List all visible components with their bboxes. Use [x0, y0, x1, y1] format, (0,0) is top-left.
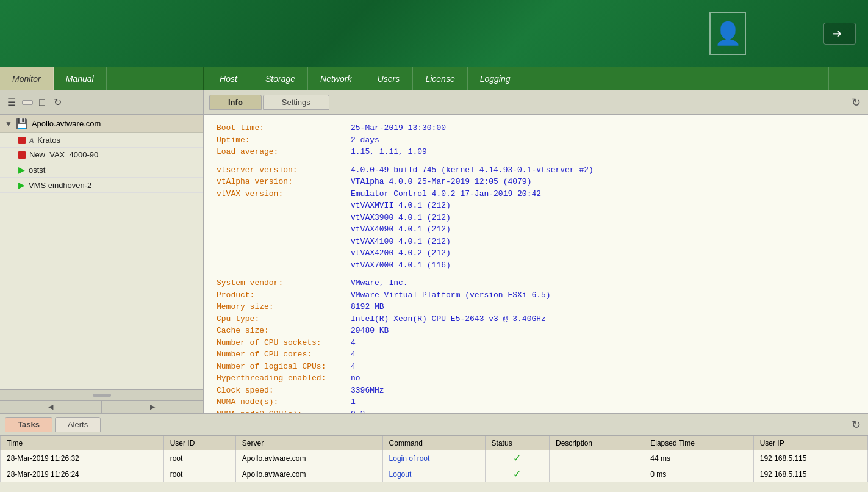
- info-line: Cpu type:Intel(R) Xeon(R) CPU E5-2643 v3…: [217, 313, 856, 325]
- info-value: 2 days: [351, 134, 379, 147]
- info-line: NUMA node(s):1: [217, 396, 856, 408]
- cell-userip: 192.168.5.115: [753, 450, 867, 466]
- table-row: 28-Mar-2019 11:26:32rootApollo.avtware.c…: [1, 450, 868, 466]
- scroll-left-arrow[interactable]: ◀: [0, 401, 102, 413]
- info-line: vtserver version:4.0.0-49 build 745 (ker…: [217, 164, 856, 176]
- vm-play-icon: ▶: [18, 165, 25, 175]
- vm-name: Kratos: [37, 136, 60, 145]
- info-value: VMware Virtual Platform (version ESXi 6.…: [351, 289, 551, 302]
- new-vm-button[interactable]: [22, 100, 33, 105]
- info-line: Boot time:25-Mar-2019 13:30:00: [217, 122, 856, 134]
- scroll-right-arrow[interactable]: ▶: [102, 401, 203, 413]
- info-label: Memory size:: [217, 301, 351, 313]
- tree-vm-kratos[interactable]: A Kratos: [0, 133, 203, 148]
- info-value: 4: [351, 349, 356, 361]
- info-value: 25-Mar-2019 13:30:00: [351, 122, 446, 134]
- info-label: Number of CPU cores:: [217, 349, 351, 361]
- tab-logging[interactable]: Logging: [468, 67, 523, 90]
- info-value: 0-3: [351, 408, 365, 413]
- info-value: 4.0.0-49 build 745 (kernel 4.14.93-0.1-v…: [351, 164, 594, 176]
- info-label: Hyperthreading enabled:: [217, 372, 351, 385]
- info-value: vtVAX4100 4.0.1 (212): [351, 236, 451, 248]
- info-label: Product:: [217, 289, 351, 302]
- info-value: 1.15, 1.11, 1.09: [351, 146, 427, 158]
- info-line: vtVAX4090 4.0.1 (212): [217, 223, 856, 236]
- scroll-drag-handle[interactable]: [93, 394, 111, 397]
- tab-settings[interactable]: Settings: [263, 95, 329, 110]
- refresh-sidebar-button[interactable]: ↻: [51, 94, 64, 110]
- server-name: Apollo.avtware.com: [32, 119, 101, 128]
- col-status: Status: [485, 436, 549, 450]
- domain-info: [850, 67, 868, 90]
- refresh-bottom-button[interactable]: ↻: [849, 416, 863, 434]
- info-value: vtVAX4090 4.0.1 (212): [351, 223, 451, 236]
- tree-vm-ostst[interactable]: ▶ ostst: [0, 162, 203, 178]
- vm-status-indicator: [18, 151, 26, 159]
- tasks-tbody: 28-Mar-2019 11:26:32rootApollo.avtware.c…: [1, 450, 868, 482]
- bottom-table-container: Time User ID Server Command Status Descr…: [0, 436, 868, 492]
- info-value: VMware, Inc.: [351, 277, 408, 289]
- info-label: [217, 236, 351, 248]
- vm-name: ostst: [29, 165, 45, 175]
- tab-monitor[interactable]: Monitor: [0, 67, 54, 90]
- tab-info[interactable]: Info: [209, 95, 262, 110]
- info-blank-line: [217, 158, 856, 164]
- tree-vm-new-vax[interactable]: New_VAX_4000-90: [0, 148, 203, 162]
- tab-license[interactable]: License: [413, 67, 467, 90]
- sidebar-toolbar: ☰ □ ↻: [0, 90, 203, 115]
- col-server: Server: [235, 436, 382, 450]
- col-time: Time: [1, 436, 164, 450]
- content-toolbar: Info Settings ↻: [204, 90, 868, 115]
- tab-storage[interactable]: Storage: [253, 67, 308, 90]
- tab-network[interactable]: Network: [308, 67, 364, 90]
- info-label: vtAlpha version:: [217, 176, 351, 188]
- tab-tasks[interactable]: Tasks: [5, 417, 52, 432]
- cell-description: [550, 466, 644, 482]
- cell-server: Apollo.avtware.com: [235, 450, 382, 466]
- refresh-content-button[interactable]: ↻: [849, 93, 863, 112]
- info-line: System vendor:VMware, Inc.: [217, 277, 856, 289]
- tab-users[interactable]: Users: [364, 67, 413, 90]
- info-line: Load average:1.15, 1.11, 1.09: [217, 146, 856, 158]
- cell-status: ✓: [485, 466, 549, 482]
- info-value: Emulator Control 4.0.2 17-Jan-2019 20:42: [351, 188, 541, 200]
- sidebar-horizontal-scroll[interactable]: [0, 389, 203, 400]
- info-line: vtVAX7000 4.0.1 (116): [217, 259, 856, 272]
- minimize-button[interactable]: □: [37, 95, 48, 110]
- info-line: Hyperthreading enabled:no: [217, 372, 856, 385]
- logout-button[interactable]: ➔: [823, 23, 856, 45]
- vm-play-icon: ▶: [18, 180, 25, 190]
- col-userip: User IP: [753, 436, 867, 450]
- info-value: 20480 KB: [351, 325, 389, 337]
- info-label: NUMA node0 CPU(s):: [217, 408, 351, 413]
- info-blank-line: [217, 271, 856, 277]
- sidebar: ☰ □ ↻ ▼ 💾 Apollo.avtware.com A Kratos: [0, 90, 204, 413]
- vm-name: VMS eindhoven-2: [29, 181, 91, 190]
- main-area: ☰ □ ↻ ▼ 💾 Apollo.avtware.com A Kratos: [0, 90, 868, 413]
- col-description: Description: [550, 436, 644, 450]
- sidebar-bottom-arrows: ◀ ▶: [0, 400, 203, 413]
- tree-server-apollo[interactable]: ▼ 💾 Apollo.avtware.com: [0, 115, 203, 133]
- info-label: [217, 223, 351, 236]
- info-value: 1: [351, 396, 356, 408]
- info-value: no: [351, 372, 360, 385]
- info-line: vtVAX4200 4.0.2 (212): [217, 247, 856, 259]
- tab-host[interactable]: Host: [204, 67, 253, 90]
- cell-userid: root: [163, 450, 235, 466]
- info-line: vtVAX4100 4.0.1 (212): [217, 236, 856, 248]
- hamburger-menu-button[interactable]: ☰: [5, 94, 18, 110]
- info-label: Uptime:: [217, 134, 351, 147]
- info-label: NUMA node(s):: [217, 396, 351, 408]
- table-row: 28-Mar-2019 11:26:24rootApollo.avtware.c…: [1, 466, 868, 482]
- sidebar-tree: ▼ 💾 Apollo.avtware.com A Kratos New_VAX_…: [0, 115, 203, 389]
- tab-alerts[interactable]: Alerts: [55, 417, 101, 432]
- info-label: [217, 212, 351, 224]
- tree-vm-vms-eindhoven[interactable]: ▶ VMS eindhoven-2: [0, 178, 203, 193]
- info-label: Load average:: [217, 146, 351, 158]
- tab-manual[interactable]: Manual: [54, 67, 107, 90]
- cell-userid: root: [163, 466, 235, 482]
- cell-time: 28-Mar-2019 11:26:24: [1, 466, 164, 482]
- cell-time: 28-Mar-2019 11:26:32: [1, 450, 164, 466]
- info-label: [217, 247, 351, 259]
- bottom-panel: Tasks Alerts ↻ Time User ID Server Comma…: [0, 413, 868, 492]
